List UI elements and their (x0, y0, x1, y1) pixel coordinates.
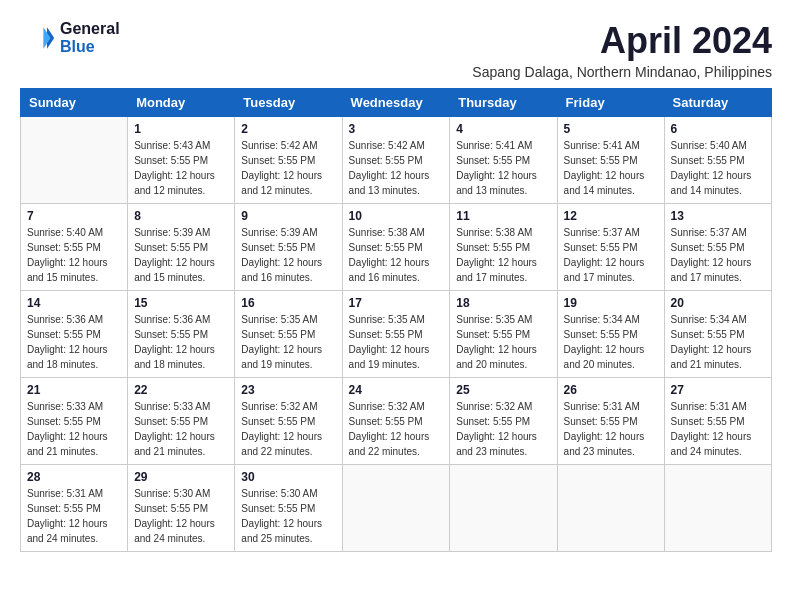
calendar-cell (21, 117, 128, 204)
day-info: Sunrise: 5:40 AMSunset: 5:55 PMDaylight:… (27, 225, 121, 285)
calendar-cell: 22Sunrise: 5:33 AMSunset: 5:55 PMDayligh… (128, 378, 235, 465)
day-info: Sunrise: 5:34 AMSunset: 5:55 PMDaylight:… (564, 312, 658, 372)
day-number: 3 (349, 122, 444, 136)
day-info: Sunrise: 5:43 AMSunset: 5:55 PMDaylight:… (134, 138, 228, 198)
day-number: 6 (671, 122, 765, 136)
calendar-week-row: 7Sunrise: 5:40 AMSunset: 5:55 PMDaylight… (21, 204, 772, 291)
calendar-cell: 15Sunrise: 5:36 AMSunset: 5:55 PMDayligh… (128, 291, 235, 378)
day-info: Sunrise: 5:41 AMSunset: 5:55 PMDaylight:… (456, 138, 550, 198)
day-info: Sunrise: 5:31 AMSunset: 5:55 PMDaylight:… (564, 399, 658, 459)
calendar-cell: 3Sunrise: 5:42 AMSunset: 5:55 PMDaylight… (342, 117, 450, 204)
month-title: April 2024 (472, 20, 772, 62)
header-friday: Friday (557, 89, 664, 117)
calendar-cell: 23Sunrise: 5:32 AMSunset: 5:55 PMDayligh… (235, 378, 342, 465)
calendar-week-row: 14Sunrise: 5:36 AMSunset: 5:55 PMDayligh… (21, 291, 772, 378)
day-info: Sunrise: 5:36 AMSunset: 5:55 PMDaylight:… (134, 312, 228, 372)
day-number: 5 (564, 122, 658, 136)
day-number: 28 (27, 470, 121, 484)
calendar-cell: 21Sunrise: 5:33 AMSunset: 5:55 PMDayligh… (21, 378, 128, 465)
day-number: 11 (456, 209, 550, 223)
location-subtitle: Sapang Dalaga, Northern Mindanao, Philip… (472, 64, 772, 80)
calendar-cell: 19Sunrise: 5:34 AMSunset: 5:55 PMDayligh… (557, 291, 664, 378)
day-info: Sunrise: 5:38 AMSunset: 5:55 PMDaylight:… (349, 225, 444, 285)
day-number: 13 (671, 209, 765, 223)
calendar-cell (557, 465, 664, 552)
day-number: 18 (456, 296, 550, 310)
calendar-cell: 30Sunrise: 5:30 AMSunset: 5:55 PMDayligh… (235, 465, 342, 552)
calendar-week-row: 21Sunrise: 5:33 AMSunset: 5:55 PMDayligh… (21, 378, 772, 465)
day-number: 15 (134, 296, 228, 310)
day-info: Sunrise: 5:39 AMSunset: 5:55 PMDaylight:… (134, 225, 228, 285)
calendar-cell: 16Sunrise: 5:35 AMSunset: 5:55 PMDayligh… (235, 291, 342, 378)
day-info: Sunrise: 5:35 AMSunset: 5:55 PMDaylight:… (241, 312, 335, 372)
day-info: Sunrise: 5:33 AMSunset: 5:55 PMDaylight:… (27, 399, 121, 459)
calendar-cell: 1Sunrise: 5:43 AMSunset: 5:55 PMDaylight… (128, 117, 235, 204)
day-info: Sunrise: 5:31 AMSunset: 5:55 PMDaylight:… (671, 399, 765, 459)
day-number: 24 (349, 383, 444, 397)
calendar-cell (664, 465, 771, 552)
day-info: Sunrise: 5:42 AMSunset: 5:55 PMDaylight:… (349, 138, 444, 198)
calendar-cell: 7Sunrise: 5:40 AMSunset: 5:55 PMDaylight… (21, 204, 128, 291)
calendar-cell: 5Sunrise: 5:41 AMSunset: 5:55 PMDaylight… (557, 117, 664, 204)
day-info: Sunrise: 5:30 AMSunset: 5:55 PMDaylight:… (134, 486, 228, 546)
calendar-cell: 20Sunrise: 5:34 AMSunset: 5:55 PMDayligh… (664, 291, 771, 378)
day-number: 30 (241, 470, 335, 484)
header-tuesday: Tuesday (235, 89, 342, 117)
day-number: 7 (27, 209, 121, 223)
day-number: 8 (134, 209, 228, 223)
day-number: 1 (134, 122, 228, 136)
calendar-cell: 28Sunrise: 5:31 AMSunset: 5:55 PMDayligh… (21, 465, 128, 552)
day-number: 10 (349, 209, 444, 223)
calendar-cell: 6Sunrise: 5:40 AMSunset: 5:55 PMDaylight… (664, 117, 771, 204)
day-number: 16 (241, 296, 335, 310)
calendar-cell: 9Sunrise: 5:39 AMSunset: 5:55 PMDaylight… (235, 204, 342, 291)
day-number: 4 (456, 122, 550, 136)
header-wednesday: Wednesday (342, 89, 450, 117)
calendar-cell: 14Sunrise: 5:36 AMSunset: 5:55 PMDayligh… (21, 291, 128, 378)
calendar-cell (450, 465, 557, 552)
day-number: 21 (27, 383, 121, 397)
calendar-cell: 13Sunrise: 5:37 AMSunset: 5:55 PMDayligh… (664, 204, 771, 291)
calendar-header-row: Sunday Monday Tuesday Wednesday Thursday… (21, 89, 772, 117)
day-number: 19 (564, 296, 658, 310)
calendar-week-row: 1Sunrise: 5:43 AMSunset: 5:55 PMDaylight… (21, 117, 772, 204)
logo-text: General Blue (60, 20, 120, 56)
day-info: Sunrise: 5:34 AMSunset: 5:55 PMDaylight:… (671, 312, 765, 372)
day-info: Sunrise: 5:40 AMSunset: 5:55 PMDaylight:… (671, 138, 765, 198)
page-header: General Blue April 2024 Sapang Dalaga, N… (20, 20, 772, 80)
day-number: 29 (134, 470, 228, 484)
day-number: 20 (671, 296, 765, 310)
header-monday: Monday (128, 89, 235, 117)
day-info: Sunrise: 5:41 AMSunset: 5:55 PMDaylight:… (564, 138, 658, 198)
calendar-cell: 12Sunrise: 5:37 AMSunset: 5:55 PMDayligh… (557, 204, 664, 291)
day-number: 22 (134, 383, 228, 397)
day-number: 23 (241, 383, 335, 397)
calendar-cell: 4Sunrise: 5:41 AMSunset: 5:55 PMDaylight… (450, 117, 557, 204)
calendar-cell: 27Sunrise: 5:31 AMSunset: 5:55 PMDayligh… (664, 378, 771, 465)
day-number: 12 (564, 209, 658, 223)
day-info: Sunrise: 5:35 AMSunset: 5:55 PMDaylight:… (349, 312, 444, 372)
calendar-cell: 18Sunrise: 5:35 AMSunset: 5:55 PMDayligh… (450, 291, 557, 378)
calendar-cell: 29Sunrise: 5:30 AMSunset: 5:55 PMDayligh… (128, 465, 235, 552)
header-thursday: Thursday (450, 89, 557, 117)
calendar-cell: 25Sunrise: 5:32 AMSunset: 5:55 PMDayligh… (450, 378, 557, 465)
day-info: Sunrise: 5:30 AMSunset: 5:55 PMDaylight:… (241, 486, 335, 546)
calendar-cell: 24Sunrise: 5:32 AMSunset: 5:55 PMDayligh… (342, 378, 450, 465)
calendar-cell: 8Sunrise: 5:39 AMSunset: 5:55 PMDaylight… (128, 204, 235, 291)
day-info: Sunrise: 5:39 AMSunset: 5:55 PMDaylight:… (241, 225, 335, 285)
day-number: 2 (241, 122, 335, 136)
day-info: Sunrise: 5:31 AMSunset: 5:55 PMDaylight:… (27, 486, 121, 546)
day-number: 27 (671, 383, 765, 397)
day-info: Sunrise: 5:42 AMSunset: 5:55 PMDaylight:… (241, 138, 335, 198)
calendar-cell: 2Sunrise: 5:42 AMSunset: 5:55 PMDaylight… (235, 117, 342, 204)
calendar-cell: 11Sunrise: 5:38 AMSunset: 5:55 PMDayligh… (450, 204, 557, 291)
logo-icon (20, 20, 56, 56)
day-info: Sunrise: 5:36 AMSunset: 5:55 PMDaylight:… (27, 312, 121, 372)
day-info: Sunrise: 5:38 AMSunset: 5:55 PMDaylight:… (456, 225, 550, 285)
day-info: Sunrise: 5:37 AMSunset: 5:55 PMDaylight:… (671, 225, 765, 285)
calendar-week-row: 28Sunrise: 5:31 AMSunset: 5:55 PMDayligh… (21, 465, 772, 552)
calendar-table: Sunday Monday Tuesday Wednesday Thursday… (20, 88, 772, 552)
day-info: Sunrise: 5:32 AMSunset: 5:55 PMDaylight:… (456, 399, 550, 459)
day-number: 17 (349, 296, 444, 310)
day-info: Sunrise: 5:32 AMSunset: 5:55 PMDaylight:… (349, 399, 444, 459)
